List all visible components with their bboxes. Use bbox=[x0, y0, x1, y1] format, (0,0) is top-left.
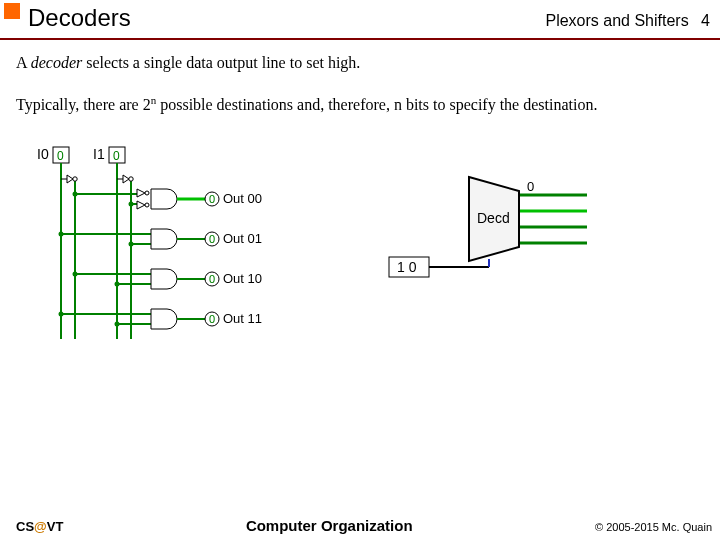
and-gate: 0 Out 11 bbox=[59, 309, 263, 329]
decoder-gate-diagram: I0 0 I1 0 bbox=[16, 138, 298, 360]
text: selects a single data output line to set… bbox=[82, 54, 360, 71]
term: decoder bbox=[31, 54, 83, 71]
page-number: 4 bbox=[701, 12, 710, 29]
svg-point-7 bbox=[73, 177, 77, 181]
footer-center: Computer Organization bbox=[63, 517, 595, 534]
block-label: Decd bbox=[477, 210, 510, 226]
svg-point-9 bbox=[129, 177, 133, 181]
svg-text:0: 0 bbox=[209, 193, 215, 205]
slide-footer: CS@VT Computer Organization © 2005-2015 … bbox=[0, 517, 720, 534]
output-label: Out 01 bbox=[223, 231, 262, 246]
explanation-line: Typically, there are 2n possible destina… bbox=[16, 94, 704, 114]
slide-header: Decoders Plexors and Shifters 4 bbox=[0, 0, 720, 40]
zero-indicator: 0 bbox=[57, 149, 64, 163]
and-gate: 0 Out 01 bbox=[59, 229, 263, 249]
svg-point-26 bbox=[59, 232, 64, 237]
output-label: Out 10 bbox=[223, 271, 262, 286]
svg-point-20 bbox=[129, 202, 134, 207]
svg-text:0: 0 bbox=[209, 273, 215, 285]
footer-right: © 2005-2015 Mc. Quain bbox=[595, 521, 712, 533]
text: Typically, there are 2 bbox=[16, 96, 151, 113]
svg-marker-8 bbox=[123, 175, 129, 183]
zero-indicator: 0 bbox=[113, 149, 120, 163]
text: A bbox=[16, 54, 31, 71]
svg-point-15 bbox=[145, 203, 149, 207]
output-label: Out 00 bbox=[223, 191, 262, 206]
at-sign: @ bbox=[34, 519, 47, 534]
page-title: Decoders bbox=[0, 4, 131, 32]
svg-point-27 bbox=[129, 242, 134, 247]
text: possible destinations and, therefore, n … bbox=[156, 96, 597, 113]
zero-indicator: 0 bbox=[527, 179, 534, 194]
svg-point-13 bbox=[145, 191, 149, 195]
svg-marker-12 bbox=[137, 189, 145, 197]
svg-point-41 bbox=[115, 322, 120, 327]
svg-point-40 bbox=[59, 312, 64, 317]
slide-body: A decoder selects a single data output l… bbox=[0, 40, 720, 360]
svg-point-34 bbox=[115, 282, 120, 287]
input-label-i0: I0 bbox=[37, 146, 49, 162]
footer-left: CS@VT bbox=[16, 519, 63, 534]
select-value: 1 0 bbox=[397, 259, 417, 275]
figure-row: I0 0 I1 0 bbox=[16, 132, 704, 360]
svg-marker-14 bbox=[137, 201, 145, 209]
svg-text:0: 0 bbox=[209, 313, 215, 325]
svg-point-19 bbox=[73, 192, 78, 197]
chapter-label: Plexors and Shifters 4 bbox=[545, 12, 710, 30]
text: VT bbox=[47, 519, 64, 534]
chapter-name: Plexors and Shifters bbox=[545, 12, 688, 29]
output-label: Out 11 bbox=[223, 311, 262, 326]
svg-point-33 bbox=[73, 272, 78, 277]
and-gate: 0 Out 10 bbox=[73, 269, 263, 289]
and-gate: 0 Out 00 bbox=[73, 189, 263, 209]
definition-line: A decoder selects a single data output l… bbox=[16, 54, 704, 72]
svg-text:0: 0 bbox=[209, 233, 215, 245]
input-label-i1: I1 bbox=[93, 146, 105, 162]
text: CS bbox=[16, 519, 34, 534]
decoder-block-diagram: 0 Decd 1 0 bbox=[358, 166, 590, 308]
svg-marker-6 bbox=[67, 175, 73, 183]
